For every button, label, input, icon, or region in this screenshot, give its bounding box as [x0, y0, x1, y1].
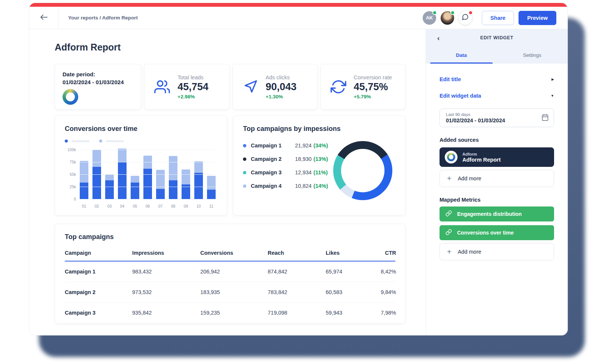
bar-segment-light	[131, 176, 139, 183]
campaign-value: 21,924	[295, 143, 311, 149]
added-sources-label: Added sources	[440, 137, 554, 143]
kpi-label: Total leads	[177, 74, 209, 80]
date-range-field[interactable]: Last 90 days 01/02/2024 - 01/03/2024	[440, 108, 554, 127]
tab-data[interactable]: Data	[426, 46, 497, 64]
collapse-panel-button chevron-left-icon[interactable]: ‹	[437, 34, 440, 42]
mapped-metrics-label: Mapped Metrics	[440, 197, 554, 203]
table-title: Top campaigns	[65, 233, 395, 241]
campaign-percent: (11%)	[313, 169, 328, 175]
bar-segment-dark	[92, 167, 101, 199]
legend-item	[65, 140, 89, 143]
kpi-card[interactable]: Conversion rate45,75%+5.79%	[320, 64, 405, 110]
comments-button[interactable]	[459, 11, 472, 25]
campaign-percent: (14%)	[313, 183, 328, 189]
bar-segment-light	[105, 175, 114, 180]
table-cell: 159,235	[200, 310, 268, 316]
kpi-delta: +5.79%	[354, 94, 392, 100]
adform-logo-icon	[445, 151, 457, 163]
table-cell: 9,84%	[366, 289, 396, 295]
column-header: Likes	[326, 250, 366, 256]
table-row: Campaign 3935,842159,235719,09859,9437,9…	[65, 303, 395, 323]
table-cell: 8,42%	[366, 269, 396, 275]
bar-segment-dark	[118, 162, 127, 199]
table-header-row: CampaignImpressionsConversionsReachLikes…	[65, 250, 395, 261]
x-axis-label: 10	[194, 204, 203, 208]
mapped-metric-button[interactable]: Engagements distribution	[440, 207, 554, 221]
metric-label: Conversions over time	[457, 230, 514, 236]
legend-line	[72, 140, 89, 142]
campaign-value: 10,824	[295, 183, 311, 189]
app-window: Your reports / Adform Report AK Share Pr…	[29, 3, 568, 335]
edit-widget-data-link[interactable]: Edit widget data	[440, 93, 481, 99]
date-range-value: 01/02/2024 - 01/03/2024	[446, 117, 537, 123]
kpi-value: 45,754	[177, 81, 209, 93]
kpi-delta: +2.98%	[177, 94, 209, 100]
bar	[92, 150, 101, 199]
add-metric-button[interactable]: + Add more	[440, 243, 554, 260]
table-cell: 65,974	[326, 269, 366, 275]
bar-segment-light	[194, 161, 203, 172]
bar-segment-dark	[80, 183, 88, 199]
bars	[80, 146, 216, 199]
top-campaigns-chart-card[interactable]: Top campaigns by impessions Campaign 121…	[233, 116, 405, 215]
campaign-label: Campaign 3	[251, 169, 295, 175]
bar-segment-dark	[169, 180, 177, 199]
y-axis-tick: 100k	[65, 147, 76, 152]
x-axis-label: 06	[143, 204, 152, 208]
legend-dot	[243, 157, 246, 161]
back-button[interactable]	[29, 7, 58, 29]
kpi-card[interactable]: Total leads45,754+2.98%	[144, 64, 229, 110]
donut-chart	[333, 141, 392, 200]
refresh-icon	[331, 79, 346, 95]
chart-title: Conversions over time	[65, 125, 217, 133]
y-axis-tick: 25k	[65, 184, 76, 189]
kpi-texts: Ads clicks90,043+1.30%	[266, 74, 297, 100]
mapped-metric-button[interactable]: Conversions over time	[440, 225, 554, 240]
bar-segment-dark	[207, 190, 216, 199]
add-source-button[interactable]: + Add more	[440, 170, 554, 187]
share-button[interactable]: Share	[482, 11, 514, 25]
bar-segment-dark	[194, 173, 203, 199]
kpi-texts: Conversion rate45,75%+5.79%	[354, 74, 392, 100]
chart-legend	[65, 140, 217, 143]
link-icon	[446, 229, 457, 237]
chevron-down-icon: ▼	[551, 94, 554, 98]
date-period-range: 01/02/2024 - 01/03/2024	[63, 79, 133, 85]
avatar-photo[interactable]	[441, 11, 454, 25]
table-cell: 183,935	[200, 289, 268, 295]
y-axis-tick: 0	[65, 197, 76, 201]
bar	[131, 176, 139, 199]
panel-tabs: Data Settings	[426, 46, 568, 64]
source-card-adform[interactable]: Adform Adform Report	[440, 147, 554, 167]
date-period-card[interactable]: Date period: 01/02/2024 - 01/03/2024	[55, 64, 141, 110]
column-header: Reach	[268, 250, 326, 256]
gridline	[80, 162, 216, 162]
legend-item	[99, 140, 124, 143]
tab-settings[interactable]: Settings	[497, 46, 568, 64]
table-cell: Campaign 1	[65, 269, 132, 275]
bar-segment-light	[156, 170, 165, 189]
table-cell: 783,842	[268, 289, 326, 295]
avatar-ak[interactable]: AK	[423, 11, 436, 25]
edit-title-link[interactable]: Edit title	[440, 76, 461, 82]
bar	[169, 156, 177, 199]
table-cell: 59,943	[326, 310, 366, 316]
campaign-value: 18,930	[295, 156, 311, 162]
top-campaigns-table-card[interactable]: Top campaigns CampaignImpressionsConvers…	[55, 224, 405, 324]
chart-title: Top campaigns by impessions	[243, 125, 395, 133]
x-axis-labels: 0102030405060708091011	[80, 204, 216, 208]
kpi-card[interactable]: Ads clicks90,043+1.30%	[232, 64, 317, 110]
edit-title-row[interactable]: Edit title ▶	[440, 76, 554, 82]
bar-segment-dark	[156, 189, 165, 199]
bar	[80, 161, 88, 199]
table-cell: Campaign 3	[65, 310, 132, 316]
report-canvas: Adform Report Date period: 01/02/2024 - …	[29, 29, 426, 335]
edit-widget-data-row[interactable]: Edit widget data ▼	[440, 93, 554, 99]
y-axis-tick: 75k	[65, 160, 76, 164]
conversions-chart-card[interactable]: Conversions over time 010203040506070809…	[55, 116, 227, 215]
bar-segment-light	[182, 169, 190, 185]
preview-button[interactable]: Preview	[519, 11, 556, 25]
users-icon	[154, 79, 170, 95]
bar	[105, 175, 114, 199]
adform-logo-icon	[63, 89, 78, 105]
